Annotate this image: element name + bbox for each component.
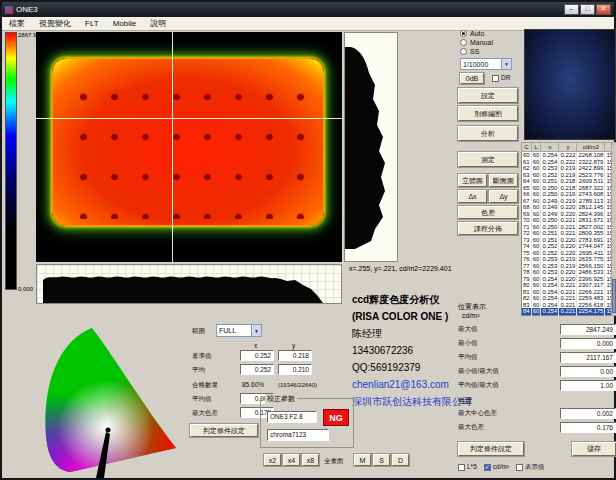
mode-radio-Auto[interactable]: Auto bbox=[460, 29, 493, 38]
colorbar-min-label: 0.000 bbox=[18, 286, 33, 292]
calibration-title: 校正參數 bbox=[265, 394, 297, 404]
crosshair-vertical[interactable] bbox=[172, 32, 173, 262]
gain-button[interactable]: 0dB bbox=[460, 73, 484, 84]
horizontal-profile-curve bbox=[43, 276, 323, 303]
table-row[interactable]: 84600.2540.2212254.17515073 bbox=[522, 308, 616, 315]
stat-label: 最大值 bbox=[458, 325, 560, 334]
checkbox-cd/m²[interactable]: cd/m² bbox=[484, 463, 509, 472]
cie-chromaticity-diagram[interactable] bbox=[26, 320, 186, 478]
stat-row: 平均值/最大值1.00 bbox=[458, 378, 616, 392]
contact-line: (RISA COLOR ONE ) bbox=[352, 308, 470, 325]
table-row[interactable]: 76600.2530.2192635.77515073 bbox=[522, 256, 616, 263]
reference-label: 基準值 bbox=[192, 352, 212, 361]
window-title: ONE3 bbox=[16, 5, 38, 14]
set-button[interactable]: 設定 bbox=[458, 88, 518, 103]
pass-count-label: 合格數量 bbox=[192, 381, 218, 390]
measure-button[interactable]: 測定 bbox=[458, 152, 518, 167]
stat-row: 最大中心色差0.002 bbox=[458, 406, 616, 420]
save-button[interactable]: 儲存 bbox=[572, 442, 616, 456]
button-x8[interactable]: x8 bbox=[302, 454, 319, 466]
button-D[interactable]: D bbox=[392, 454, 409, 466]
pass-count-value: 85.60% bbox=[242, 381, 264, 388]
position-section-title: 位置表示 bbox=[458, 302, 486, 312]
menu-item-檔案[interactable]: 檔案 bbox=[2, 18, 32, 29]
delta-x-button[interactable]: Δx bbox=[458, 190, 487, 203]
stat-label: 最大中心色差 bbox=[458, 409, 560, 418]
stat-value: 0.176 bbox=[560, 422, 616, 433]
display-options: L*5cd/m²表示值 bbox=[458, 463, 552, 472]
table-row[interactable]: 70600.2500.2212831.67115073 bbox=[522, 217, 616, 224]
col-x-header: x bbox=[254, 342, 257, 349]
menu-item-Mobile[interactable]: Mobile bbox=[106, 19, 144, 28]
table-row[interactable]: 66600.2500.2192743.60815073 bbox=[522, 191, 616, 198]
stat-value: 1.00 bbox=[560, 380, 616, 391]
luminance-colorbar bbox=[5, 32, 17, 290]
stat-row: 平均值2117.167 bbox=[458, 350, 616, 364]
luminance-image[interactable] bbox=[36, 32, 342, 262]
checkbox-icon bbox=[516, 464, 523, 471]
menu-item-視覺變化[interactable]: 視覺變化 bbox=[32, 18, 78, 29]
stat-value: 2117.167 bbox=[560, 352, 616, 363]
luminance-stats: 最大值2847.249最小值0.000平均值2117.167最小值/最大值0.0… bbox=[458, 322, 616, 392]
checkbox-表示值[interactable]: 表示值 bbox=[516, 463, 545, 472]
table-row[interactable]: 82600.2540.2212259.48315073 bbox=[522, 295, 616, 302]
analyze-button[interactable]: 分析 bbox=[458, 126, 518, 141]
button-x2[interactable]: x2 bbox=[264, 454, 281, 466]
radio-icon bbox=[460, 48, 467, 55]
shutter-select[interactable]: 1/10000 ▼ bbox=[460, 58, 512, 70]
button-x4[interactable]: x4 bbox=[283, 454, 300, 466]
chevron-down-icon: ▼ bbox=[251, 325, 261, 336]
stat-label: 最小值 bbox=[458, 339, 560, 348]
minimize-button[interactable]: – bbox=[564, 4, 579, 15]
table-row[interactable]: 74600.2520.2202744.04715073 bbox=[522, 243, 616, 250]
range-select[interactable]: FULL ▼ bbox=[216, 324, 262, 337]
table-row[interactable]: 62600.2530.2192422.89915073 bbox=[522, 165, 616, 172]
checkbox-label: 表示值 bbox=[525, 463, 545, 470]
luminance-unit-label: cd/m² bbox=[462, 312, 480, 319]
table-row[interactable]: 68600.2490.2202812.14515073 bbox=[522, 204, 616, 211]
split-button[interactable]: 別條編割 bbox=[458, 106, 518, 121]
delta-y-button[interactable]: Δy bbox=[489, 190, 518, 203]
average-label: 平均 bbox=[192, 366, 205, 375]
table-row[interactable]: 64600.2510.2182609.51115073 bbox=[522, 178, 616, 185]
mode-radio-Manual[interactable]: Manual bbox=[460, 38, 493, 47]
checkbox-L*5[interactable]: L*5 bbox=[458, 463, 477, 472]
table-scrollbar-thumb[interactable] bbox=[612, 279, 616, 313]
stat-label: 平均值/最大值 bbox=[458, 381, 560, 390]
data-table-head-row: CLxycd/m2K bbox=[522, 143, 616, 152]
menu-item-FLT[interactable]: FLT bbox=[78, 19, 106, 28]
distribution-button[interactable]: 課程分佈 bbox=[458, 222, 518, 235]
table-row[interactable]: 72600.2510.2212809.35515073 bbox=[522, 230, 616, 237]
judge-settings-button-left[interactable]: 判定條件設定 bbox=[190, 424, 258, 437]
table-row[interactable]: 78600.2530.2202486.53315073 bbox=[522, 269, 616, 276]
radio-label: Auto bbox=[470, 30, 484, 37]
crosshair-horizontal[interactable] bbox=[36, 118, 342, 119]
col-header-y: y bbox=[559, 143, 577, 152]
table-row[interactable]: 60600.2540.2222268.10815073 bbox=[522, 152, 616, 159]
app-window: ONE3 – □ ✕ 檔案視覺變化FLTMobile說明 2867.944 0.… bbox=[0, 0, 616, 480]
reference-x-value: 0.252 bbox=[240, 350, 274, 361]
button-S[interactable]: S bbox=[373, 454, 390, 466]
maximize-button[interactable]: □ bbox=[580, 4, 595, 15]
measurement-table[interactable]: CLxycd/m2K 60600.2540.2222268.1081507361… bbox=[521, 142, 616, 316]
contact-line: QQ:569192379 bbox=[352, 359, 470, 376]
button-M[interactable]: M bbox=[354, 454, 371, 466]
menu-item-說明[interactable]: 說明 bbox=[143, 18, 173, 29]
close-button[interactable]: ✕ bbox=[596, 4, 611, 15]
section-view-button[interactable]: 斷面圖 bbox=[489, 174, 518, 187]
table-scrollbar[interactable] bbox=[611, 142, 616, 316]
profile-field: chroma7123 bbox=[267, 429, 329, 441]
shutter-value: 1/10000 bbox=[461, 61, 501, 68]
mode-radio-SS[interactable]: SS bbox=[460, 47, 493, 56]
dr-checkbox[interactable]: DR bbox=[492, 74, 510, 82]
radio-label: Manual bbox=[470, 39, 493, 46]
table-row[interactable]: 80600.2540.2212307.31715073 bbox=[522, 282, 616, 289]
title-bar[interactable]: ONE3 – □ ✕ bbox=[2, 2, 614, 17]
stereo-view-button[interactable]: 立體圖 bbox=[458, 174, 487, 187]
stat-row: 最大色差0.176 bbox=[458, 420, 616, 434]
chroma-stats: 最大中心色差0.002最大色差0.176 bbox=[458, 406, 616, 434]
zoom-buttons: x2x4x8 bbox=[264, 454, 321, 466]
color-diff-button[interactable]: 色差 bbox=[458, 206, 518, 219]
judge-settings-button-right[interactable]: 判定條件設定 bbox=[458, 442, 524, 456]
measured-point-marker bbox=[106, 428, 111, 433]
